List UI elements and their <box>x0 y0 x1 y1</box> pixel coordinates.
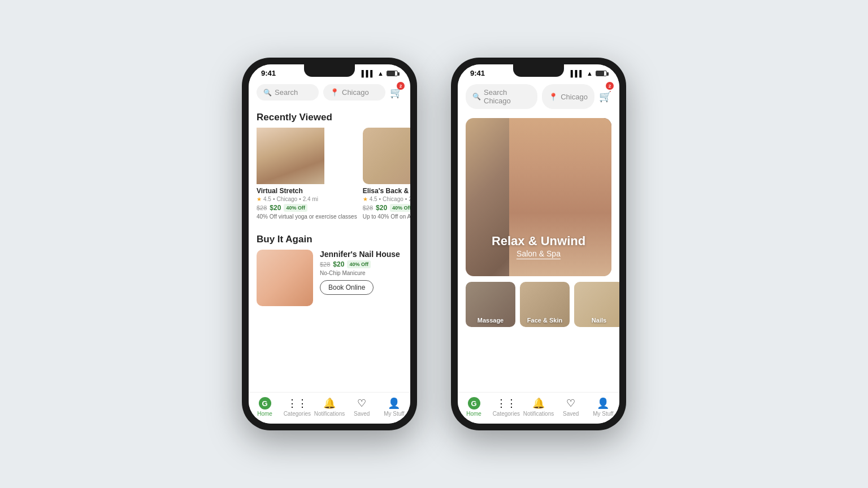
search-placeholder-1: Search <box>275 88 298 97</box>
product-img-acupuncture <box>363 128 410 184</box>
location-text-2: Chicago <box>561 93 588 101</box>
wifi-icon: ▲ <box>377 70 384 77</box>
book-online-button[interactable]: Book Online <box>320 280 374 295</box>
nav-saved-label-2: Saved <box>563 411 579 417</box>
buy-again-price-row: $28 $20 40% Off <box>320 260 402 268</box>
product-meta-1: ★ 4.5 • Chicago • 2.4 mi <box>257 196 357 202</box>
status-icons-2: ▌▌▌ ▲ <box>571 70 607 77</box>
screen-content-1: Recently Viewed Virtual Stretch ★ 4.5 • <box>249 105 410 392</box>
price-old-2: $28 <box>363 204 373 211</box>
nav-home-1[interactable]: G Home <box>249 397 281 417</box>
nav-notifications-2[interactable]: 🔔 Notifications <box>522 397 554 417</box>
nav-mystuff-label-2: My Stuff <box>593 411 614 417</box>
deal-desc-2: Up to 40% Off on Acupuncture Services <box>363 213 410 220</box>
nav-saved-1[interactable]: ♡ Saved <box>346 397 378 417</box>
buy-again-discount: 40% Off <box>347 260 371 268</box>
notch-1 <box>304 64 355 77</box>
product-card-2[interactable]: Elisa's Back & Body ★ 4.5 • Chicago • 2.… <box>363 128 410 220</box>
search-input-1[interactable]: 🔍 Search <box>257 84 319 101</box>
price-row-1: $28 $20 40% Off <box>257 204 357 212</box>
discount-1: 40% Off <box>284 204 307 212</box>
cat-label-nails: Nails <box>574 317 619 324</box>
nav-mystuff-2[interactable]: 👤 My Stuff <box>587 397 619 417</box>
cat-label-face: Face & Skin <box>520 317 570 324</box>
nav-mystuff-label-1: My Stuff <box>384 411 405 417</box>
cart-badge-1: 2 <box>397 82 405 90</box>
buy-again-title: Buy It Again <box>249 227 410 250</box>
star-1: ★ <box>257 196 262 202</box>
cat-tile-face[interactable]: Face & Skin <box>520 282 570 327</box>
location-input-2[interactable]: 📍 Chicago <box>542 84 594 109</box>
recently-viewed-list: Virtual Stretch ★ 4.5 • Chicago • 2.4 mi… <box>249 128 410 227</box>
nav-categories-2[interactable]: ⋮⋮ Categories <box>490 397 522 417</box>
saved-icon-2: ♡ <box>566 397 575 409</box>
g-logo-2: G <box>468 397 480 409</box>
rating-2: 4.5 <box>370 196 377 202</box>
hero-text: Relax & Unwind Salon & Spa <box>492 234 585 259</box>
search-bar-1: 🔍 Search 📍 Chicago 🛒 2 <box>249 80 410 105</box>
categories-icon-1: ⋮⋮ <box>287 397 307 409</box>
nav-saved-2[interactable]: ♡ Saved <box>555 397 587 417</box>
phone-2: 9:41 ▌▌▌ ▲ 🔍 Search Chicago 📍 Chicago <box>451 58 626 430</box>
pin-icon-2: 📍 <box>549 93 558 101</box>
product-card-1[interactable]: Virtual Stretch ★ 4.5 • Chicago • 2.4 mi… <box>257 128 357 220</box>
distance-1: 2.4 mi <box>303 196 318 202</box>
hero-banner[interactable]: Relax & Unwind Salon & Spa <box>466 118 611 276</box>
time-2: 9:41 <box>470 69 485 77</box>
cart-button-1[interactable]: 🛒 2 <box>390 84 402 101</box>
cat-tile-massage[interactable]: Massage <box>466 282 515 327</box>
location-text-1: Chicago <box>342 88 369 97</box>
product-name-1: Virtual Stretch <box>257 187 357 195</box>
search-input-2[interactable]: 🔍 Search Chicago <box>466 84 537 109</box>
wifi-icon-2: ▲ <box>587 70 593 77</box>
phone-2-screen: 9:41 ▌▌▌ ▲ 🔍 Search Chicago 📍 Chicago <box>458 64 619 424</box>
buy-again-img <box>257 250 313 306</box>
nav-categories-label-1: Categories <box>284 411 311 417</box>
page-container: 9:41 ▌▌▌ ▲ 🔍 Search 📍 Chicago <box>219 35 649 453</box>
nav-home-2[interactable]: G Home <box>458 397 490 417</box>
price-row-2: $28 $20 40% Off <box>363 204 410 212</box>
search-icon-1: 🔍 <box>263 89 272 97</box>
saved-icon-1: ♡ <box>357 397 366 409</box>
rating-1: 4.5 <box>263 196 271 202</box>
nav-saved-label-1: Saved <box>354 411 370 417</box>
cart-badge-2: 2 <box>606 82 614 90</box>
hero-title: Relax & Unwind <box>492 234 585 249</box>
time-1: 9:41 <box>261 69 276 77</box>
product-img-yoga <box>257 128 324 184</box>
product-meta-2: ★ 4.5 • Chicago • 2.4 mi <box>363 196 410 202</box>
product-name-2: Elisa's Back & Body <box>363 187 410 195</box>
search-bar-2: 🔍 Search Chicago 📍 Chicago 🛒 2 <box>458 80 619 114</box>
signal-icon: ▌▌▌ <box>362 70 375 77</box>
categories-icon-2: ⋮⋮ <box>496 397 517 409</box>
status-icons-1: ▌▌▌ ▲ <box>362 70 398 77</box>
price-old-1: $28 <box>257 204 267 211</box>
nav-notifications-label-1: Notifications <box>314 411 345 417</box>
nav-categories-1[interactable]: ⋮⋮ Categories <box>281 397 313 417</box>
cat-tile-nails[interactable]: Nails <box>574 282 619 327</box>
recently-viewed-title: Recently Viewed <box>249 105 410 128</box>
buy-again-name: Jennifer's Nail House <box>320 250 402 259</box>
nav-mystuff-1[interactable]: 👤 My Stuff <box>378 397 410 417</box>
distance-2: 2.4 mi <box>409 196 410 202</box>
battery-icon-2 <box>596 71 607 76</box>
nav-notifications-1[interactable]: 🔔 Notifications <box>313 397 345 417</box>
yoga-figure <box>257 128 324 184</box>
bottom-nav-1: G Home ⋮⋮ Categories 🔔 Notifications ♡ S… <box>249 392 410 424</box>
phone-1-screen: 9:41 ▌▌▌ ▲ 🔍 Search 📍 Chicago <box>249 64 410 424</box>
buy-again-item[interactable]: Jennifer's Nail House $28 $20 40% Off No… <box>249 250 410 315</box>
location-input-1[interactable]: 📍 Chicago <box>323 84 385 101</box>
cart-button-2[interactable]: 🛒 2 <box>599 84 611 109</box>
buy-again-info: Jennifer's Nail House $28 $20 40% Off No… <box>320 250 402 306</box>
mystuff-icon-1: 👤 <box>388 397 400 409</box>
nav-categories-label-2: Categories <box>493 411 520 417</box>
notifications-icon-2: 🔔 <box>532 397 545 409</box>
pin-icon-1: 📍 <box>330 88 339 97</box>
g-logo-1: G <box>259 397 271 409</box>
buy-again-desc: No-Chip Manicure <box>320 269 402 277</box>
bottom-nav-2: G Home ⋮⋮ Categories 🔔 Notifications ♡ S… <box>458 392 619 424</box>
star-2: ★ <box>363 196 368 202</box>
notch-2 <box>513 64 564 77</box>
screen-content-2: Relax & Unwind Salon & Spa Massage Face … <box>458 114 619 392</box>
nav-home-label-2: Home <box>466 411 481 417</box>
